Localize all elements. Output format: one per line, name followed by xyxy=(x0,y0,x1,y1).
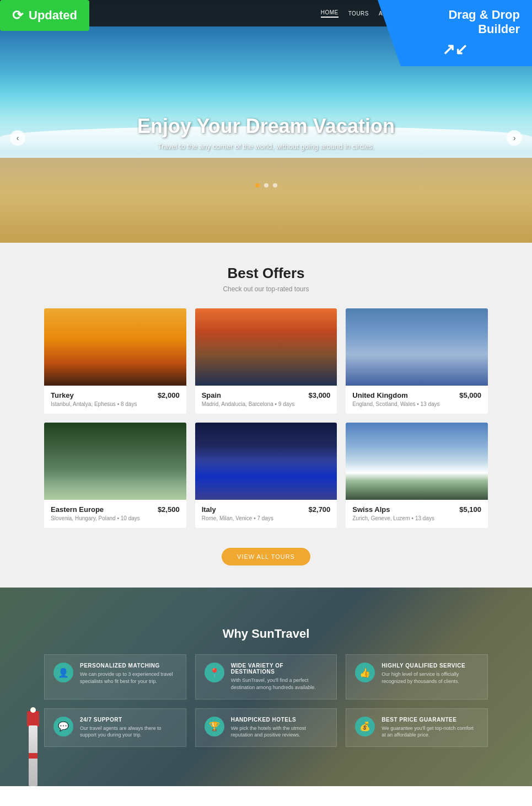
nav-tours[interactable]: TOURS xyxy=(348,10,369,17)
tour-card[interactable]: Turkey Istanbul, Antalya, Ephesus • 8 da… xyxy=(44,308,186,414)
nav-home[interactable]: HOME xyxy=(321,9,338,18)
feature-icon: 👍 xyxy=(355,663,375,682)
hero-content: Enjoy Your Dream Vacation Travel to the … xyxy=(137,115,395,151)
best-offers-section: Best Offers Check out our top-rated tour… xyxy=(0,243,532,588)
tour-image xyxy=(195,308,337,386)
tour-name: Spain xyxy=(202,391,295,399)
tour-card[interactable]: Italy Rome, Milan, Venice • 7 days $2,70… xyxy=(195,423,337,528)
tour-details: Rome, Milan, Venice • 7 days xyxy=(202,515,273,521)
hero-subtitle: Travel to the any corner of the world, w… xyxy=(137,142,395,151)
feature-card: 👍 HIGHLY QUALIFIED SERVICE Our high leve… xyxy=(346,654,488,699)
tour-name: United Kingdom xyxy=(352,391,439,399)
tour-price: $5,000 xyxy=(459,391,481,399)
tour-image xyxy=(44,423,186,500)
carousel-dot-2[interactable] xyxy=(264,183,268,188)
tour-image xyxy=(44,308,186,386)
move-icon: ↗↙ xyxy=(390,40,520,59)
feature-desc: Our travel agents are always there to su… xyxy=(80,725,177,739)
tour-card[interactable]: United Kingdom England, Scotland, Wales … xyxy=(346,308,488,414)
feature-card: 🏆 HANDPICKED HOTELS We pick the hotels w… xyxy=(195,708,337,747)
feature-card: 💬 24/7 SUPPORT Our travel agents are alw… xyxy=(44,708,186,747)
tour-info: Italy Rome, Milan, Venice • 7 days $2,70… xyxy=(195,500,337,528)
refresh-icon: ⟳ xyxy=(12,8,23,23)
feature-title: WIDE VARIETY OF DESTINATIONS xyxy=(231,663,328,675)
feature-title: BEST PRICE GUARANTEE xyxy=(381,717,479,723)
feature-desc: We can provide up to 3 experienced trave… xyxy=(80,671,177,685)
tours-grid: Turkey Istanbul, Antalya, Ephesus • 8 da… xyxy=(44,308,488,528)
updated-label: Updated xyxy=(29,8,77,23)
carousel-dots xyxy=(255,183,277,188)
tour-card[interactable]: Spain Madrid, Andalucia, Barcelona • 9 d… xyxy=(195,308,337,414)
feature-text: HIGHLY QUALIFIED SERVICE Our high level … xyxy=(381,663,479,685)
tour-card[interactable]: Swiss Alps Zurich, Geneve, Luzern • 13 d… xyxy=(346,423,488,528)
why-title: Why SunTravel xyxy=(44,627,488,641)
tour-price: $2,500 xyxy=(158,505,180,514)
dnd-label: Drag & DropBuilder xyxy=(448,8,520,36)
feature-icon: 📍 xyxy=(205,663,224,682)
features-grid: 👤 PERSONALIZED MATCHING We can provide u… xyxy=(44,654,488,746)
tour-details: Slovenia, Hungary, Poland • 10 days xyxy=(51,515,140,521)
best-offers-subtitle: Check out our top-rated tours xyxy=(44,285,488,293)
feature-text: PERSONALIZED MATCHING We can provide up … xyxy=(80,663,177,685)
feature-text: HANDPICKED HOTELS We pick the hotels wit… xyxy=(231,717,328,739)
feature-text: 24/7 SUPPORT Our travel agents are alway… xyxy=(80,717,177,739)
feature-icon: 💰 xyxy=(355,717,375,736)
tour-info: United Kingdom England, Scotland, Wales … xyxy=(346,386,488,414)
tour-name: Eastern Europe xyxy=(51,505,140,514)
tour-name: Turkey xyxy=(51,391,137,399)
tour-name: Swiss Alps xyxy=(352,505,434,514)
feature-title: PERSONALIZED MATCHING xyxy=(80,663,177,669)
tour-info: Turkey Istanbul, Antalya, Ephesus • 8 da… xyxy=(44,386,186,414)
feature-text: BEST PRICE GUARANTEE We guarantee you'll… xyxy=(381,717,479,739)
feature-card: 💰 BEST PRICE GUARANTEE We guarantee you'… xyxy=(346,708,488,747)
tour-card[interactable]: Eastern Europe Slovenia, Hungary, Poland… xyxy=(44,423,186,528)
updated-badge: ⟳ Updated xyxy=(0,0,89,31)
carousel-dot-1[interactable] xyxy=(255,183,260,188)
view-all-button[interactable]: VIEW ALL TOURS xyxy=(222,548,310,565)
tour-image xyxy=(195,423,337,500)
tour-details: Istanbul, Antalya, Ephesus • 8 days xyxy=(51,401,137,407)
feature-desc: Our high level of service is officially … xyxy=(381,671,479,685)
feature-title: HANDPICKED HOTELS xyxy=(231,717,328,723)
feature-desc: With SunTravel, you'll find a perfect de… xyxy=(231,677,328,691)
carousel-next[interactable]: › xyxy=(507,130,522,146)
tour-details: Madrid, Andalucia, Barcelona • 9 days xyxy=(202,401,295,407)
tour-price: $2,700 xyxy=(309,505,331,514)
tour-info: Swiss Alps Zurich, Geneve, Luzern • 13 d… xyxy=(346,500,488,528)
tour-price: $3,000 xyxy=(309,391,331,399)
hero-title: Enjoy Your Dream Vacation xyxy=(137,115,395,138)
carousel-dot-3[interactable] xyxy=(273,183,277,188)
feature-title: HIGHLY QUALIFIED SERVICE xyxy=(381,663,479,669)
tour-info: Spain Madrid, Andalucia, Barcelona • 9 d… xyxy=(195,386,337,414)
lighthouse-stripe xyxy=(29,753,37,759)
tour-price: $2,000 xyxy=(158,391,180,399)
feature-desc: We guarantee you'll get top-notch comfor… xyxy=(381,725,479,739)
feature-desc: We pick the hotels with the utmost reput… xyxy=(231,725,328,739)
customers-section: What Customers Say Our clients' testimon… xyxy=(0,786,532,806)
carousel-prev[interactable]: ‹ xyxy=(10,130,25,146)
feature-icon: 💬 xyxy=(53,717,73,736)
why-content: Why SunTravel 👤 PERSONALIZED MATCHING We… xyxy=(0,627,532,746)
why-section: Why SunTravel 👤 PERSONALIZED MATCHING We… xyxy=(0,588,532,786)
tour-details: Zurich, Geneve, Luzern • 13 days xyxy=(352,515,434,521)
hero-sand xyxy=(0,158,532,243)
feature-title: 24/7 SUPPORT xyxy=(80,717,177,723)
tour-details: England, Scotland, Wales • 13 days xyxy=(352,401,439,407)
tour-name: Italy xyxy=(202,505,273,514)
tour-info: Eastern Europe Slovenia, Hungary, Poland… xyxy=(44,500,186,528)
feature-card: 👤 PERSONALIZED MATCHING We can provide u… xyxy=(44,654,186,699)
dnd-badge: Drag & DropBuilder ↗↙ xyxy=(378,0,532,66)
feature-card: 📍 WIDE VARIETY OF DESTINATIONS With SunT… xyxy=(195,654,337,699)
tour-price: $5,100 xyxy=(459,505,481,514)
feature-icon: 👤 xyxy=(53,663,73,682)
tour-image xyxy=(346,423,488,500)
tour-image xyxy=(346,308,488,386)
feature-icon: 🏆 xyxy=(205,717,224,736)
best-offers-title: Best Offers xyxy=(44,265,488,282)
feature-text: WIDE VARIETY OF DESTINATIONS With SunTra… xyxy=(231,663,328,691)
